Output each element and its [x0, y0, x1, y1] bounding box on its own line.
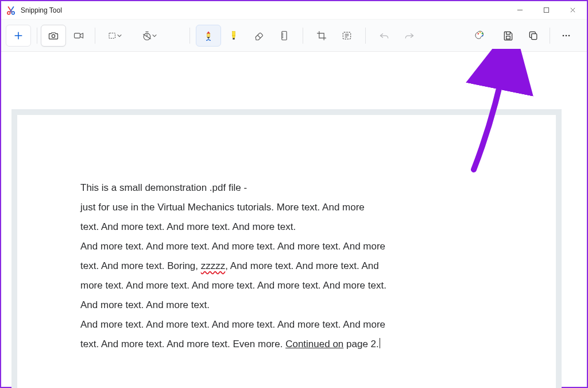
svg-rect-8: [233, 31, 235, 36]
svg-point-12: [478, 33, 479, 34]
svg-rect-4: [75, 33, 80, 37]
svg-point-14: [482, 33, 483, 34]
maximize-button[interactable]: [533, 2, 559, 19]
crop-tool-button[interactable]: [309, 25, 334, 47]
edit-in-paint-button[interactable]: [468, 25, 493, 47]
captured-snip[interactable]: This is a small demonstration .pdf file …: [11, 109, 562, 388]
toolbar-separator: [189, 28, 190, 44]
toolbar-separator: [37, 28, 37, 44]
svg-point-0: [7, 11, 10, 14]
document-line: more text. And more text. And more text.…: [80, 276, 523, 295]
title-bar: Snipping Tool: [1, 1, 587, 20]
document-line: just for use in the Virtual Mechanics tu…: [80, 198, 523, 217]
canvas-area: This is a small demonstration .pdf file …: [1, 52, 587, 387]
document-line: And more text. And more text.: [80, 295, 523, 315]
document-line: And more text. And more text. And more t…: [80, 237, 523, 256]
video-mode-button[interactable]: [66, 25, 91, 47]
svg-rect-9: [233, 38, 234, 40]
document-line: This is a small demonstration .pdf file …: [80, 178, 523, 198]
chevron-down-icon: [117, 33, 122, 39]
spell-error-word: zzzzz: [201, 260, 226, 271]
svg-rect-5: [109, 33, 115, 38]
text-actions-button[interactable]: [334, 25, 359, 47]
toolbar: [1, 20, 587, 52]
copy-button[interactable]: [521, 25, 546, 47]
close-button[interactable]: [559, 2, 586, 19]
document-line: text. And more text. Boring, zzzzz, And …: [80, 256, 523, 276]
toolbar-separator: [365, 28, 366, 44]
svg-rect-2: [544, 7, 548, 12]
document-line: text. And more text. And more text. Even…: [80, 335, 523, 354]
svg-point-20: [568, 34, 570, 36]
toolbar-separator: [95, 28, 95, 44]
svg-point-13: [479, 32, 481, 33]
delay-dropdown[interactable]: [133, 25, 165, 47]
chevron-down-icon: [152, 33, 157, 39]
redo-button[interactable]: [397, 25, 422, 47]
continued-link: Continued on: [285, 339, 343, 349]
document-line: And more text. And more text. And more t…: [80, 315, 523, 335]
svg-rect-17: [532, 33, 537, 39]
snip-shape-dropdown[interactable]: [99, 25, 131, 47]
minimize-button[interactable]: [506, 2, 533, 19]
save-button[interactable]: [496, 25, 521, 47]
svg-rect-10: [282, 31, 287, 40]
toolbar-separator: [303, 28, 303, 44]
svg-point-15: [482, 34, 483, 36]
more-options-button[interactable]: [554, 25, 579, 47]
svg-point-3: [52, 34, 55, 37]
pen-tool-button[interactable]: [196, 25, 221, 47]
svg-rect-16: [506, 36, 510, 39]
undo-button[interactable]: [372, 25, 397, 47]
camera-mode-button[interactable]: [41, 25, 66, 47]
text-cursor: [380, 338, 380, 348]
svg-point-18: [563, 34, 564, 36]
highlighter-tool-button[interactable]: [221, 25, 246, 47]
svg-point-19: [566, 34, 567, 36]
new-snip-button[interactable]: [6, 25, 31, 47]
eraser-tool-button[interactable]: [246, 25, 272, 47]
window-title: Snipping Tool: [21, 6, 62, 14]
svg-point-1: [11, 11, 14, 14]
toolbar-separator: [550, 28, 550, 44]
document-page: This is a small demonstration .pdf file …: [17, 115, 556, 388]
document-line: text. And more text. And more text. And …: [80, 217, 523, 237]
snipping-tool-app-icon: [6, 5, 16, 16]
ruler-tool-button[interactable]: [272, 25, 297, 47]
svg-rect-7: [207, 33, 210, 37]
